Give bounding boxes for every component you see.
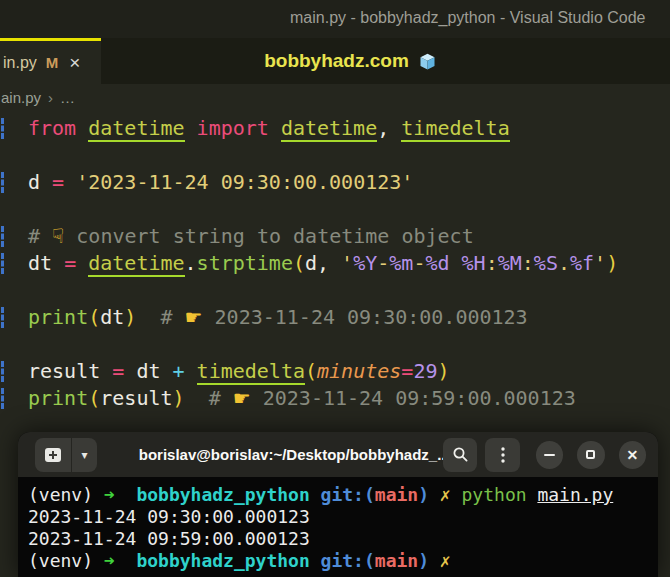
token-str: - (377, 251, 389, 275)
chevron-down-icon: ▾ (81, 448, 87, 462)
token-var: dt (100, 305, 124, 329)
breadcrumb-file[interactable]: ain.py (1, 89, 41, 106)
token-fn: print (28, 305, 88, 329)
token-par: ) (173, 386, 185, 410)
token-kw: = (401, 359, 413, 383)
token-cyn: bobbyhadz_python (136, 550, 320, 571)
token-param: minutes (317, 359, 401, 383)
token-fmt: %f (570, 251, 594, 275)
token-var: , (377, 116, 401, 140)
token-com: 2023-11-24 09:59:00.000123 (251, 386, 576, 410)
breadcrumb: ain.py › … (0, 84, 75, 110)
close-button[interactable]: ✕ (619, 441, 646, 469)
window-title: main.py - bobbyhadz_python - Visual Stud… (290, 9, 645, 27)
token-par: ) (606, 251, 618, 275)
vscode-window: main.py - bobbyhadz_python - Visual Stud… (0, 0, 670, 577)
token-fmt: %d (425, 251, 449, 275)
token-mod: datetime (88, 116, 184, 142)
token-w: 2023-11-24 09:30:00.000123 (28, 506, 310, 527)
token-red: main (375, 484, 418, 505)
token-blu: ) (418, 550, 440, 571)
token-str: : (486, 251, 498, 275)
code-line: from datetime import datetime, timedelta (0, 115, 670, 142)
token-yel: ✗ (440, 550, 451, 571)
token-mod: timedelta (197, 359, 305, 385)
token-mod: datetime (281, 116, 377, 142)
token-fileu: main.py (537, 484, 613, 505)
code-editor[interactable]: from datetime import datetime, timedelta… (0, 115, 670, 412)
code-line: d = '2023-11-24 09:30:00.000123' (0, 169, 670, 196)
code-line (0, 277, 670, 304)
token-pyg: python (462, 484, 538, 505)
token-var: d (305, 251, 317, 275)
token-emoji: ☟ (52, 224, 64, 248)
menu-button[interactable] (485, 438, 519, 472)
tab-main-py[interactable]: in.py M × (0, 38, 101, 84)
tab-bar: bobbyhadz.com in.py M × (0, 38, 670, 84)
token-red: main (375, 550, 418, 571)
code-line (0, 196, 670, 223)
terminal-titlebar: ▾ borislav@borislav:~/Desktop/bobbyhadz_… (18, 432, 658, 477)
token-kw: = (112, 359, 136, 383)
token-emoji: ☛ (233, 386, 251, 410)
watermark: bobbyhadz.com (16, 38, 670, 84)
code-line: dt = datetime.strptime(d, '%Y-%m-%d %H:%… (0, 250, 670, 277)
token-var: result (100, 386, 172, 410)
token-str: - (413, 251, 425, 275)
token-par: ( (305, 359, 317, 383)
token-w: 2023-11-24 09:59:00.000123 (28, 528, 310, 549)
search-icon (452, 446, 469, 463)
token-str: ' (341, 251, 353, 275)
token-num: 29 (413, 359, 437, 383)
token-grn: ➜ (104, 484, 137, 505)
code-line: # ☟ convert string to datetime object (0, 223, 670, 250)
maximize-button[interactable] (577, 441, 604, 469)
token-w: (venv) (28, 550, 104, 571)
terminal-line: 2023-11-24 09:30:00.000123 (28, 506, 648, 528)
token-grn: ➜ (104, 550, 137, 571)
token-var: dt (136, 359, 172, 383)
token-com: # (185, 386, 233, 410)
token-blu: ) (418, 484, 440, 505)
token-fn: strptime (197, 251, 293, 275)
terminal-line: (venv) ➜ bobbyhadz_python git:(main) ✗ (28, 550, 648, 572)
token-var: , (317, 251, 341, 275)
tab-close-icon[interactable]: × (69, 53, 80, 72)
token-par: ( (88, 386, 100, 410)
maximize-icon (586, 450, 595, 459)
token-par: ) (124, 305, 136, 329)
code-line (0, 331, 670, 358)
tab-label: in.py (3, 54, 37, 72)
token-cyn: bobbyhadz_python (136, 484, 320, 505)
code-line: result = dt + timedelta(minutes=29) (0, 358, 670, 385)
tab-list-dropdown-button[interactable]: ▾ (72, 438, 96, 472)
token-var: result (28, 359, 112, 383)
terminal-output[interactable]: (venv) ➜ bobbyhadz_python git:(main) ✗ p… (18, 477, 658, 577)
token-fmt: %H (462, 251, 486, 275)
token-mod: timedelta (401, 116, 509, 142)
token-par: ( (293, 251, 305, 275)
token-str: '2023-11-24 09:30:00.000123' (76, 170, 413, 194)
token-fmt: %Y (353, 251, 377, 275)
code-line: print(result) # ☛ 2023-11-24 09:59:00.00… (0, 385, 670, 412)
kebab-menu-icon (500, 446, 506, 464)
modified-badge: M (46, 54, 59, 71)
chevron-right-icon: › (48, 89, 53, 106)
token-com: convert string to datetime object (64, 224, 473, 248)
token-kw: import (185, 116, 281, 140)
token-blu: git:( (321, 550, 375, 571)
token-var: dt (28, 251, 64, 275)
token-op: + (173, 359, 197, 383)
token-fmt: %m (389, 251, 413, 275)
token-fmt: %M (498, 251, 522, 275)
new-terminal-tab-button[interactable] (35, 438, 71, 472)
code-line (0, 142, 670, 169)
search-button[interactable] (443, 438, 477, 472)
breadcrumb-more[interactable]: … (60, 89, 75, 106)
watermark-text: bobbyhadz.com (264, 50, 409, 72)
minimize-button[interactable] (536, 441, 563, 469)
token-com: # (28, 224, 52, 248)
token-com: # (136, 305, 184, 329)
token-yel: ✗ (440, 484, 462, 505)
token-com: 2023-11-24 09:30:00.000123 (203, 305, 528, 329)
